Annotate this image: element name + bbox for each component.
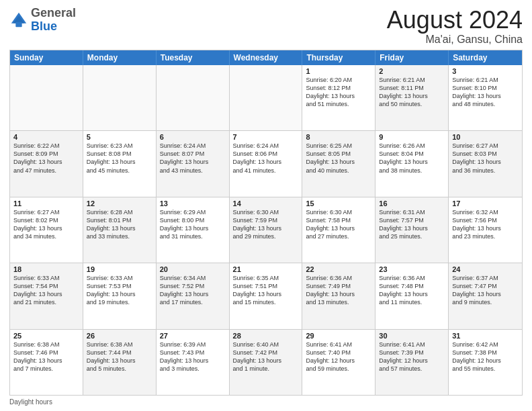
cell-text: Sunrise: 6:38 AM Sunset: 7:44 PM Dayligh… — [87, 341, 136, 372]
cal-cell: 23Sunrise: 6:36 AM Sunset: 7:48 PM Dayli… — [375, 263, 449, 328]
cell-text: Sunrise: 6:30 AM Sunset: 7:59 PM Dayligh… — [233, 209, 282, 240]
cal-cell: 11Sunrise: 6:27 AM Sunset: 8:02 PM Dayli… — [10, 197, 83, 263]
calendar-header-row: SundayMondayTuesdayWednesdayThursdayFrid… — [10, 50, 522, 65]
cal-cell: 31Sunrise: 6:42 AM Sunset: 7:38 PM Dayli… — [449, 330, 522, 395]
cal-cell: 19Sunrise: 6:33 AM Sunset: 7:53 PM Dayli… — [83, 263, 157, 328]
cal-cell: 17Sunrise: 6:32 AM Sunset: 7:56 PM Dayli… — [449, 197, 522, 263]
cal-header-cell: Tuesday — [157, 50, 230, 65]
cal-cell: 29Sunrise: 6:41 AM Sunset: 7:40 PM Dayli… — [302, 330, 375, 395]
day-number: 26 — [87, 332, 152, 340]
svg-rect-2 — [15, 22, 21, 27]
cal-cell: 21Sunrise: 6:35 AM Sunset: 7:51 PM Dayli… — [230, 263, 303, 328]
cal-cell: 1Sunrise: 6:20 AM Sunset: 8:12 PM Daylig… — [302, 65, 375, 130]
day-number: 4 — [13, 133, 79, 141]
day-number: 10 — [452, 133, 519, 141]
day-number: 15 — [306, 199, 371, 208]
day-number: 31 — [452, 332, 519, 340]
cal-row: 11Sunrise: 6:27 AM Sunset: 8:02 PM Dayli… — [10, 197, 522, 263]
cal-cell: 18Sunrise: 6:33 AM Sunset: 7:54 PM Dayli… — [10, 263, 83, 328]
day-number: 27 — [160, 332, 226, 340]
cal-header-cell: Wednesday — [230, 50, 303, 65]
cell-text: Sunrise: 6:21 AM Sunset: 8:11 PM Dayligh… — [379, 77, 428, 107]
cell-text: Sunrise: 6:22 AM Sunset: 8:09 PM Dayligh… — [13, 142, 62, 173]
cal-cell: 2Sunrise: 6:21 AM Sunset: 8:11 PM Daylig… — [375, 65, 449, 130]
cal-row: 1Sunrise: 6:20 AM Sunset: 8:12 PM Daylig… — [10, 65, 522, 130]
cell-text: Sunrise: 6:24 AM Sunset: 8:07 PM Dayligh… — [160, 142, 209, 173]
cal-cell: 12Sunrise: 6:28 AM Sunset: 8:01 PM Dayli… — [83, 197, 157, 263]
cell-text: Sunrise: 6:36 AM Sunset: 7:49 PM Dayligh… — [306, 275, 355, 306]
cell-text: Sunrise: 6:38 AM Sunset: 7:46 PM Dayligh… — [13, 341, 62, 372]
day-number: 9 — [379, 133, 445, 141]
cal-cell: 24Sunrise: 6:37 AM Sunset: 7:47 PM Dayli… — [449, 263, 522, 328]
day-number: 19 — [87, 265, 152, 273]
logo-blue: Blue — [31, 19, 57, 33]
calendar: SundayMondayTuesdayWednesdayThursdayFrid… — [9, 50, 523, 396]
day-number: 17 — [452, 199, 519, 208]
day-number: 16 — [379, 199, 445, 208]
day-number: 1 — [306, 67, 371, 75]
day-number: 13 — [160, 199, 226, 208]
cell-text: Sunrise: 6:27 AM Sunset: 8:03 PM Dayligh… — [452, 142, 501, 173]
day-number: 11 — [13, 199, 79, 208]
cell-text: Sunrise: 6:33 AM Sunset: 7:53 PM Dayligh… — [87, 275, 136, 306]
cell-text: Sunrise: 6:32 AM Sunset: 7:56 PM Dayligh… — [452, 209, 501, 240]
cal-cell: 7Sunrise: 6:24 AM Sunset: 8:06 PM Daylig… — [230, 131, 303, 196]
day-number: 2 — [379, 67, 445, 75]
cal-cell: 9Sunrise: 6:26 AM Sunset: 8:04 PM Daylig… — [375, 131, 449, 196]
cell-text: Sunrise: 6:41 AM Sunset: 7:39 PM Dayligh… — [379, 341, 428, 372]
day-number: 8 — [306, 133, 371, 141]
logo: General Blue — [9, 7, 76, 34]
cell-text: Sunrise: 6:36 AM Sunset: 7:48 PM Dayligh… — [379, 275, 428, 306]
day-number: 25 — [13, 332, 79, 340]
cal-cell: 14Sunrise: 6:30 AM Sunset: 7:59 PM Dayli… — [230, 197, 303, 263]
cal-cell: 30Sunrise: 6:41 AM Sunset: 7:39 PM Dayli… — [375, 330, 449, 395]
cal-cell: 16Sunrise: 6:31 AM Sunset: 7:57 PM Dayli… — [375, 197, 449, 263]
page: General Blue August 2024 Ma'ai, Gansu, C… — [0, 0, 532, 411]
cal-cell: 26Sunrise: 6:38 AM Sunset: 7:44 PM Dayli… — [83, 330, 157, 395]
cal-cell: 25Sunrise: 6:38 AM Sunset: 7:46 PM Dayli… — [10, 330, 83, 395]
cell-text: Sunrise: 6:29 AM Sunset: 8:00 PM Dayligh… — [160, 209, 209, 240]
day-number: 20 — [160, 265, 226, 273]
day-number: 14 — [233, 199, 299, 208]
day-number: 29 — [306, 332, 371, 340]
cal-cell: 28Sunrise: 6:40 AM Sunset: 7:42 PM Dayli… — [230, 330, 303, 395]
cal-cell: 3Sunrise: 6:21 AM Sunset: 8:10 PM Daylig… — [449, 65, 522, 130]
cal-cell — [10, 65, 83, 130]
cal-cell: 22Sunrise: 6:36 AM Sunset: 7:49 PM Dayli… — [302, 263, 375, 328]
day-number: 21 — [233, 265, 299, 273]
logo-text: General Blue — [31, 7, 76, 34]
day-number: 18 — [13, 265, 79, 273]
cal-cell: 15Sunrise: 6:30 AM Sunset: 7:58 PM Dayli… — [302, 197, 375, 263]
day-number: 22 — [306, 265, 371, 273]
cell-text: Sunrise: 6:41 AM Sunset: 7:40 PM Dayligh… — [306, 341, 355, 372]
cell-text: Sunrise: 6:31 AM Sunset: 7:57 PM Dayligh… — [379, 209, 428, 240]
cal-header-cell: Thursday — [302, 50, 375, 65]
cal-row: 4Sunrise: 6:22 AM Sunset: 8:09 PM Daylig… — [10, 130, 522, 196]
cal-header-cell: Friday — [375, 50, 449, 65]
day-number: 6 — [160, 133, 226, 141]
cell-text: Sunrise: 6:40 AM Sunset: 7:42 PM Dayligh… — [233, 341, 282, 372]
cell-text: Sunrise: 6:35 AM Sunset: 7:51 PM Dayligh… — [233, 275, 282, 306]
cal-row: 25Sunrise: 6:38 AM Sunset: 7:46 PM Dayli… — [10, 329, 522, 395]
cal-cell — [83, 65, 157, 130]
cell-text: Sunrise: 6:25 AM Sunset: 8:05 PM Dayligh… — [306, 142, 355, 173]
cell-text: Sunrise: 6:21 AM Sunset: 8:10 PM Dayligh… — [452, 77, 501, 107]
cell-text: Sunrise: 6:39 AM Sunset: 7:43 PM Dayligh… — [160, 341, 209, 372]
cell-text: Sunrise: 6:24 AM Sunset: 8:06 PM Dayligh… — [233, 142, 282, 173]
daylight-label: Daylight hours — [9, 398, 52, 406]
cal-row: 18Sunrise: 6:33 AM Sunset: 7:54 PM Dayli… — [10, 263, 522, 328]
cell-text: Sunrise: 6:23 AM Sunset: 8:08 PM Dayligh… — [87, 142, 136, 173]
cell-text: Sunrise: 6:20 AM Sunset: 8:12 PM Dayligh… — [306, 77, 355, 107]
day-number: 24 — [452, 265, 519, 273]
cal-header-cell: Saturday — [449, 50, 522, 65]
cal-cell: 13Sunrise: 6:29 AM Sunset: 8:00 PM Dayli… — [157, 197, 230, 263]
footer: Daylight hours — [9, 398, 523, 406]
day-number: 3 — [452, 67, 519, 75]
logo-icon — [9, 11, 28, 30]
header: General Blue August 2024 Ma'ai, Gansu, C… — [9, 7, 523, 46]
cell-text: Sunrise: 6:26 AM Sunset: 8:04 PM Dayligh… — [379, 142, 428, 173]
cal-cell: 5Sunrise: 6:23 AM Sunset: 8:08 PM Daylig… — [83, 131, 157, 196]
cell-text: Sunrise: 6:34 AM Sunset: 7:52 PM Dayligh… — [160, 275, 209, 306]
cell-text: Sunrise: 6:42 AM Sunset: 7:38 PM Dayligh… — [452, 341, 501, 372]
day-number: 23 — [379, 265, 445, 273]
